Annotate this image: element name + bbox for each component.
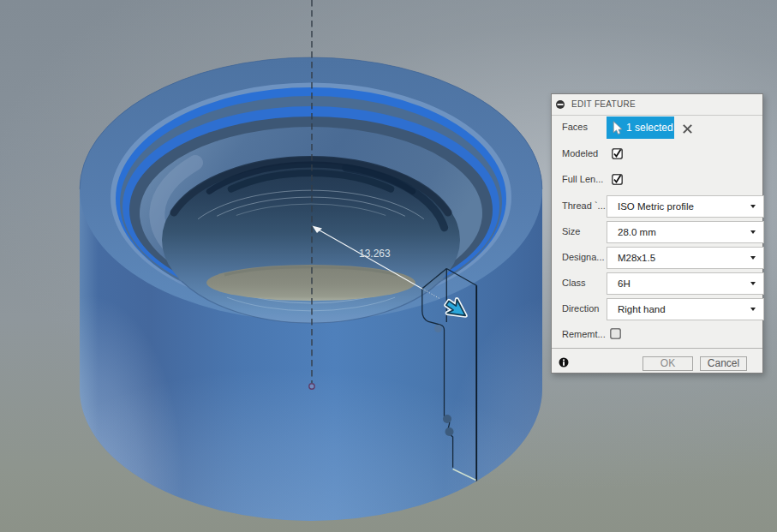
svg-text:13.263: 13.263 bbox=[359, 248, 391, 260]
